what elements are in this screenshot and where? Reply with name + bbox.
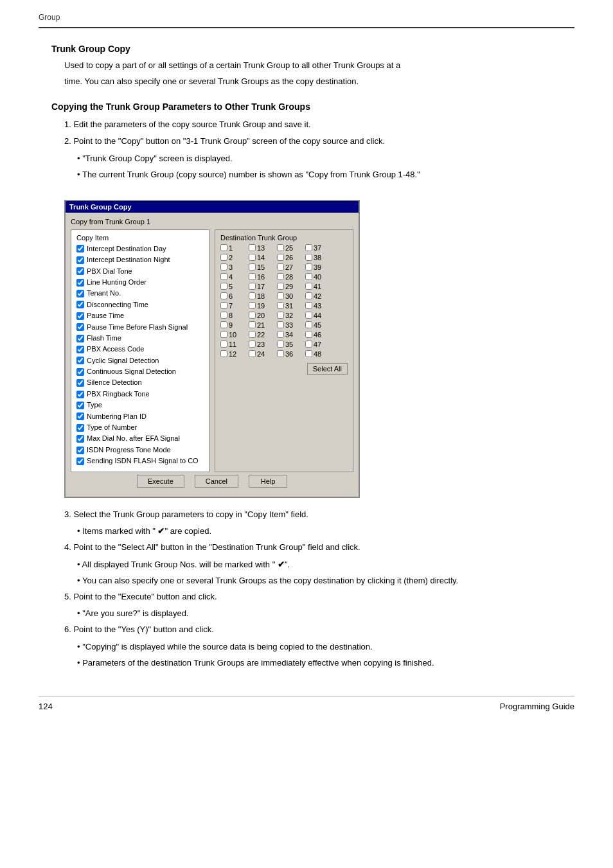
cb-flash-time[interactable]: Flash Time	[76, 333, 204, 343]
cb-tenant-no[interactable]: Tenant No.	[76, 288, 204, 298]
dest-36[interactable]: 36	[277, 350, 303, 358]
dialog-wrapper: Trunk Group Copy Copy from Trunk Group 1…	[64, 200, 360, 498]
cb-continuous[interactable]: Continuous Signal Detection	[76, 367, 204, 376]
steps-container: 1. Edit the parameters of the copy sourc…	[64, 118, 574, 182]
dest-20[interactable]: 20	[249, 312, 274, 319]
dest-13[interactable]: 13	[249, 244, 274, 252]
cb-type-of-number[interactable]: Type of Number	[76, 423, 204, 432]
dest-25[interactable]: 25	[277, 244, 303, 252]
cancel-button[interactable]: Cancel	[195, 475, 238, 488]
cb-silence[interactable]: Silence Detection	[76, 378, 204, 387]
dest-41[interactable]: 41	[305, 283, 331, 290]
dest-32[interactable]: 32	[277, 312, 303, 319]
cb-isdn-progress[interactable]: ISDN Progress Tone Mode	[76, 445, 204, 455]
dest-40[interactable]: 40	[305, 273, 331, 281]
dest-27[interactable]: 27	[277, 263, 303, 271]
section1-title: Trunk Group Copy	[51, 44, 574, 54]
cb-pbx-dial-tone[interactable]: PBX Dial Tone	[76, 267, 204, 276]
dest-30[interactable]: 30	[277, 292, 303, 300]
dest-12[interactable]: 12	[220, 350, 246, 358]
cb-numbering-plan[interactable]: Numbering Plan ID	[76, 412, 204, 421]
execute-button[interactable]: Execute	[137, 475, 184, 488]
select-all-button[interactable]: Select All	[307, 363, 348, 375]
cb-type[interactable]: Type	[76, 400, 204, 410]
cb-line-hunting[interactable]: Line Hunting Order	[76, 278, 204, 287]
dest-38[interactable]: 38	[305, 254, 331, 261]
cb-disconnecting[interactable]: Disconnecting Time	[76, 300, 204, 310]
dest-35[interactable]: 35	[277, 341, 303, 348]
step2: 2. Point to the "Copy" button on "3-1 Tr…	[64, 135, 574, 148]
cb-intercept-night[interactable]: Intercept Destination Night	[76, 255, 204, 265]
cb-pause-time-flash[interactable]: Pause Time Before Flash Signal	[76, 323, 204, 332]
cb-pbx-access[interactable]: PBX Access Code	[76, 344, 204, 354]
step4: 4. Point to the "Select All" button in t…	[64, 541, 574, 554]
copy-item-group: Copy Item Intercept Destination Day Inte…	[71, 229, 209, 472]
dest-39[interactable]: 39	[305, 263, 331, 271]
dest-46[interactable]: 46	[305, 331, 331, 339]
bullet-effective: Parameters of the destination Trunk Grou…	[77, 657, 574, 670]
dest-2[interactable]: 2	[220, 254, 246, 261]
dest-18[interactable]: 18	[249, 292, 274, 300]
step5: 5. Point to the "Execute" button and cli…	[64, 590, 574, 604]
dest-16[interactable]: 16	[249, 273, 274, 281]
cb-pause-time[interactable]: Pause Time	[76, 311, 204, 321]
cb-cyclic[interactable]: Cyclic Signal Detection	[76, 356, 204, 366]
dest-8[interactable]: 8	[220, 312, 246, 319]
dest-28[interactable]: 28	[277, 273, 303, 281]
dest-7[interactable]: 7	[220, 302, 246, 310]
dest-15[interactable]: 15	[249, 263, 274, 271]
section1-body1: Used to copy a part of or all settings o…	[64, 59, 574, 73]
copy-item-label: Copy Item	[76, 234, 204, 242]
step6: 6. Point to the "Yes (Y)" button and cli…	[64, 623, 574, 637]
dialog-box: Trunk Group Copy Copy from Trunk Group 1…	[64, 200, 360, 498]
dest-4[interactable]: 4	[220, 273, 246, 281]
destination-group: Destination Trunk Group 1 13 25 37 2 14 …	[215, 229, 353, 472]
dialog-inner: Copy Item Intercept Destination Day Inte…	[71, 229, 353, 472]
bullet-copy-source: The current Trunk Group (copy source) nu…	[77, 168, 574, 182]
dest-44[interactable]: 44	[305, 312, 331, 319]
cb-pbx-ringback[interactable]: PBX Ringback Tone	[76, 389, 204, 399]
dest-17[interactable]: 17	[249, 283, 274, 290]
bullet-screen-displayed: "Trunk Group Copy" screen is displayed.	[77, 152, 574, 166]
dest-24[interactable]: 24	[249, 350, 274, 358]
dest-34[interactable]: 34	[277, 331, 303, 339]
dest-3[interactable]: 3	[220, 263, 246, 271]
bullet-are-you-sure: "Are you sure?" is displayed.	[77, 607, 574, 621]
cb-intercept-day[interactable]: Intercept Destination Day	[76, 244, 204, 254]
dest-48[interactable]: 48	[305, 350, 331, 358]
dest-42[interactable]: 42	[305, 292, 331, 300]
dest-43[interactable]: 43	[305, 302, 331, 310]
section1-body2: time. You can also specify one or severa…	[64, 75, 574, 89]
bottom-rule	[39, 696, 574, 696]
cb-isdn-flash[interactable]: Sending ISDN FLASH Signal to CO	[76, 456, 204, 466]
dest-29[interactable]: 29	[277, 283, 303, 290]
page-number: 124	[39, 702, 53, 711]
dest-45[interactable]: 45	[305, 321, 331, 329]
more-steps: 3. Select the Trunk Group parameters to …	[64, 508, 574, 670]
dest-grid: 1 13 25 37 2 14 26 38 3 15 27	[220, 244, 348, 358]
cb-max-dial[interactable]: Max Dial No. after EFA Signal	[76, 434, 204, 443]
dest-33[interactable]: 33	[277, 321, 303, 329]
bullet-all-marked: All displayed Trunk Group Nos. will be m…	[77, 558, 574, 572]
dest-14[interactable]: 14	[249, 254, 274, 261]
dest-23[interactable]: 23	[249, 341, 274, 348]
dest-1[interactable]: 1	[220, 244, 246, 252]
dest-26[interactable]: 26	[277, 254, 303, 261]
page-container: Group Trunk Group Copy Used to copy a pa…	[0, 0, 613, 868]
dialog-content: Copy from Trunk Group 1 Copy Item Interc…	[66, 213, 359, 497]
dest-37[interactable]: 37	[305, 244, 331, 252]
bullet-specify-direct: You can also specify one or several Trun…	[77, 574, 574, 588]
dest-31[interactable]: 31	[277, 302, 303, 310]
dest-21[interactable]: 21	[249, 321, 274, 329]
dest-10[interactable]: 10	[220, 331, 246, 339]
dest-6[interactable]: 6	[220, 292, 246, 300]
dest-11[interactable]: 11	[220, 341, 246, 348]
dest-22[interactable]: 22	[249, 331, 274, 339]
dest-9[interactable]: 9	[220, 321, 246, 329]
dest-5[interactable]: 5	[220, 283, 246, 290]
dest-47[interactable]: 47	[305, 341, 331, 348]
dest-19[interactable]: 19	[249, 302, 274, 310]
section1-body: Used to copy a part of or all settings o…	[64, 59, 574, 89]
dialog-titlebar: Trunk Group Copy	[66, 201, 359, 213]
help-button[interactable]: Help	[249, 475, 287, 488]
